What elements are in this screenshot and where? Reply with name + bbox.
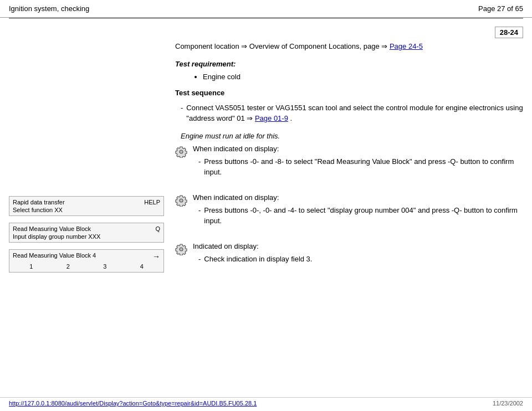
when1-label: When indicated on display: bbox=[193, 145, 523, 153]
gear-icon-3 bbox=[175, 243, 187, 255]
gear-content-2: When indicated on display: - Press butto… bbox=[193, 193, 523, 232]
test-requirement-block: Test requirement: Engine cold bbox=[175, 60, 523, 81]
section1-help: HELP bbox=[144, 199, 160, 206]
gear-icon-wrapper-2 bbox=[175, 194, 191, 208]
section2-header: Read Measuring Value Block Q bbox=[13, 225, 160, 232]
when3-label: Indicated on display: bbox=[193, 242, 523, 250]
section3-header: Read Measuring Value Block 4 → bbox=[13, 252, 160, 261]
when1-instruction: - Press buttons -0- and -8- to select "R… bbox=[198, 156, 523, 178]
gear-icon-wrapper-3 bbox=[175, 243, 191, 257]
section2-title: Read Measuring Value Block bbox=[13, 225, 91, 232]
gear-icon-2 bbox=[175, 194, 187, 207]
col1: 1 bbox=[29, 263, 33, 270]
section3-grid: 1 2 3 4 bbox=[13, 263, 160, 270]
test-sequence-instruction: - Connect VAS5051 tester or VAG1551 scan… bbox=[175, 102, 523, 124]
gear-content-1: When indicated on display: - Press butto… bbox=[193, 145, 523, 183]
col4: 4 bbox=[140, 263, 144, 270]
when3-dash-text: Check indication in display field 3. bbox=[204, 254, 312, 265]
document-title: Ignition system, checking bbox=[9, 4, 89, 13]
section1-header: Rapid data transfer HELP bbox=[13, 199, 160, 206]
engine-note: Engine must run at idle for this. bbox=[181, 132, 523, 140]
section1-sub: Select function XX bbox=[13, 207, 160, 213]
section2-shortcut: Q bbox=[155, 225, 160, 232]
when2-dash-text: Press buttons -0-, -0- and -4- to select… bbox=[204, 205, 523, 227]
component-location: Component location ⇒ Overview of Compone… bbox=[175, 41, 523, 52]
test-requirement-bullet: Engine cold bbox=[203, 73, 523, 81]
gear-section-3: Indicated on display: - Check indication… bbox=[175, 242, 523, 270]
page-header: Ignition system, checking Page 27 of 65 bbox=[0, 0, 532, 18]
svg-point-0 bbox=[180, 150, 183, 153]
connect-instruction: Connect VAS5051 tester or VAG1551 scan t… bbox=[186, 102, 523, 124]
col3: 3 bbox=[103, 263, 106, 270]
gear-content-3: Indicated on display: - Check indication… bbox=[193, 242, 523, 270]
gear-section-2: When indicated on display: - Press butto… bbox=[175, 193, 523, 232]
read-measuring-value-block-box: Read Measuring Value Block Q Input displ… bbox=[9, 223, 164, 243]
footer-url[interactable]: http://127.0.0.1:8080/audi/servlet/Displ… bbox=[9, 400, 257, 407]
gear-icon-wrapper-1 bbox=[175, 146, 191, 160]
page-info: Page 27 of 65 bbox=[478, 4, 523, 13]
section1-title: Rapid data transfer bbox=[13, 199, 65, 206]
dash-item-connect: - Connect VAS5051 tester or VAG1551 scan… bbox=[181, 102, 523, 124]
svg-point-2 bbox=[180, 248, 183, 251]
section3-title: Read Measuring Value Block 4 bbox=[13, 252, 96, 261]
footer-date: 11/23/2002 bbox=[493, 400, 523, 407]
component-location-link[interactable]: Page 24-5 bbox=[390, 42, 423, 50]
when2-label: When indicated on display: bbox=[193, 193, 523, 202]
section2-sub: Input display group number XXX bbox=[13, 233, 160, 240]
main-content: Rapid data transfer HELP Select function… bbox=[0, 24, 532, 280]
page-number-box: 28-24 bbox=[495, 27, 523, 38]
component-location-text: Component location ⇒ Overview of Compone… bbox=[175, 42, 390, 50]
test-requirement-label: Test requirement: bbox=[175, 60, 523, 68]
read-measuring-value-block4-box: Read Measuring Value Block 4 → 1 2 3 4 bbox=[9, 249, 164, 273]
svg-point-1 bbox=[180, 199, 183, 202]
header-divider bbox=[9, 18, 523, 19]
gear-section-1: When indicated on display: - Press butto… bbox=[175, 145, 523, 183]
gear-icon-1 bbox=[175, 146, 187, 158]
page-footer: http://127.0.0.1:8080/audi/servlet/Displ… bbox=[0, 397, 532, 407]
right-column: Component location ⇒ Overview of Compone… bbox=[164, 41, 523, 280]
when3-instruction: - Check indication in display field 3. bbox=[198, 254, 523, 265]
when2-instruction: - Press buttons -0-, -0- and -4- to sele… bbox=[198, 205, 523, 227]
left-column: Rapid data transfer HELP Select function… bbox=[9, 41, 164, 280]
col2: 2 bbox=[66, 263, 70, 270]
page01-9-link[interactable]: Page 01-9 bbox=[255, 114, 288, 122]
rapid-data-transfer-box: Rapid data transfer HELP Select function… bbox=[9, 196, 164, 216]
when1-dash-text: Press buttons -0- and -8- to select "Rea… bbox=[204, 156, 523, 178]
test-sequence-label: Test sequence bbox=[175, 89, 523, 97]
test-sequence-block: Test sequence - Connect VAS5051 tester o… bbox=[175, 89, 523, 124]
section3-arrow: → bbox=[152, 252, 160, 261]
